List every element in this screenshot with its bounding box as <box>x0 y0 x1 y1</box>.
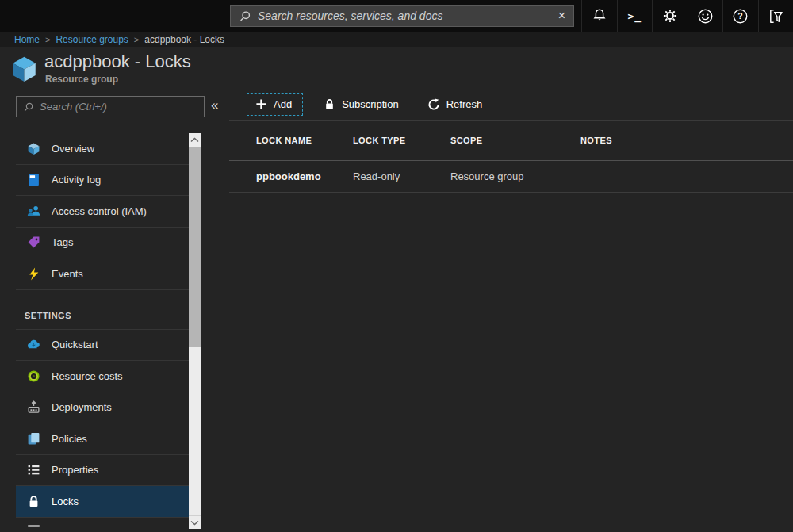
lock-name-cell: ppbookdemo <box>256 170 353 182</box>
plus-icon <box>255 98 267 110</box>
search-icon <box>23 101 34 113</box>
breadcrumb: Home > Resource groups > acdppbook - Loc… <box>0 32 793 47</box>
azure-portal-window: × >_ <box>0 0 793 532</box>
search-clear-icon[interactable]: × <box>552 10 565 22</box>
page-subtitle: Resource group <box>45 74 118 85</box>
tag-icon <box>27 235 40 249</box>
scrollbar-thumb[interactable] <box>189 147 201 347</box>
sidebar-item-label: Resource costs <box>52 370 123 382</box>
lightning-bolt-icon <box>27 267 40 281</box>
sidebar-item-label: Access control (IAM) <box>52 205 147 217</box>
sidebar-menu: Overview Activity log Access control (IA… <box>16 133 189 532</box>
smiley-icon <box>696 7 714 25</box>
refresh-icon <box>427 98 440 111</box>
sidebar-item-label: Activity log <box>52 174 101 186</box>
sidebar-item-deployments[interactable]: Deployments <box>16 392 189 424</box>
locks-blade-content: Add Subscription Refresh LOCK NAME LOCK … <box>229 89 793 532</box>
sidebar-item-label: Properties <box>52 464 98 476</box>
column-header-notes: NOTES <box>580 136 793 145</box>
resource-menu-sidebar: « Overview Activity log <box>0 89 228 532</box>
topbar-icon-group: >_ <box>581 0 793 32</box>
sidebar-scrollbar[interactable] <box>189 133 201 529</box>
resource-group-cube-icon <box>10 55 38 82</box>
sidebar-item-activity-log[interactable]: Activity log <box>16 165 189 197</box>
scroll-up-button[interactable] <box>189 133 201 147</box>
locks-table-header: LOCK NAME LOCK TYPE SCOPE NOTES <box>229 121 793 161</box>
lock-icon <box>324 98 335 110</box>
table-row[interactable]: ppbookdemo Read-only Resource group <box>229 161 793 193</box>
sidebar-item-partial[interactable] <box>16 518 189 532</box>
add-button[interactable]: Add <box>247 93 303 116</box>
sidebar-item-label: Tags <box>52 236 73 248</box>
breadcrumb-current: acdppbook - Locks <box>144 34 224 45</box>
sidebar-item-quickstart[interactable]: Quickstart <box>16 330 189 362</box>
page-title: acdppbook - Locks <box>44 52 191 72</box>
notifications-button[interactable] <box>581 0 617 32</box>
command-bar: Add Subscription Refresh <box>229 89 793 121</box>
scope-cell: Resource group <box>450 170 580 182</box>
sidebar-item-label: Overview <box>52 143 94 155</box>
activity-log-icon <box>27 173 40 186</box>
sidebar-item-label: Quickstart <box>52 339 98 350</box>
sidebar-item-events[interactable]: Events <box>16 258 189 290</box>
svg-text:?: ? <box>738 11 743 21</box>
column-header-scope: SCOPE <box>450 136 580 145</box>
chevron-down-icon <box>190 520 199 526</box>
sidebar-settings-header: SETTINGS <box>16 290 189 330</box>
bell-icon <box>591 7 608 25</box>
scroll-down-button[interactable] <box>189 515 201 529</box>
quickstart-cloud-icon <box>27 338 40 351</box>
global-search-input[interactable] <box>258 10 552 22</box>
deployments-icon <box>27 400 40 414</box>
chevron-up-icon <box>190 137 199 143</box>
column-header-lock-type: LOCK TYPE <box>353 136 450 145</box>
cloud-shell-icon: >_ <box>627 10 642 22</box>
policies-icon <box>27 432 40 446</box>
column-header-lock-name: LOCK NAME <box>256 136 353 145</box>
breadcrumb-home[interactable]: Home <box>14 34 40 45</box>
cloud-shell-button[interactable]: >_ <box>617 0 653 32</box>
sidebar-item-access-control[interactable]: Access control (IAM) <box>16 196 189 228</box>
access-control-people-icon <box>27 205 40 218</box>
help-question-icon: ? <box>731 7 749 25</box>
resource-costs-icon <box>27 369 40 383</box>
sidebar-item-locks[interactable]: Locks <box>16 486 189 518</box>
lock-icon <box>27 495 40 508</box>
sidebar-item-properties[interactable]: Properties <box>16 455 189 487</box>
overview-cube-icon <box>27 142 40 155</box>
sidebar-item-label: Policies <box>52 433 87 445</box>
directory-filter-button[interactable] <box>758 0 793 32</box>
help-button[interactable]: ? <box>722 0 758 32</box>
feedback-button[interactable] <box>688 0 723 32</box>
sidebar-item-label: Deployments <box>52 401 112 413</box>
sidebar-item-overview[interactable]: Overview <box>16 133 189 165</box>
sidebar-item-label: Locks <box>52 496 79 507</box>
breadcrumb-separator: > <box>45 35 50 44</box>
sidebar-item-resource-costs[interactable]: Resource costs <box>16 361 189 392</box>
search-icon <box>239 10 251 23</box>
sidebar-search-input[interactable] <box>40 101 197 113</box>
top-bar: × >_ <box>0 0 793 32</box>
directory-filter-icon <box>767 7 785 25</box>
sidebar-search-box[interactable] <box>16 96 205 117</box>
lock-type-cell: Read-only <box>353 170 450 182</box>
properties-list-icon <box>27 463 40 477</box>
breadcrumb-resource-groups[interactable]: Resource groups <box>56 34 128 45</box>
settings-button[interactable] <box>652 0 688 32</box>
refresh-button[interactable]: Refresh <box>419 93 491 117</box>
global-search-box[interactable]: × <box>230 5 574 27</box>
page-header: acdppbook - Locks Resource group <box>0 47 793 89</box>
sidebar-item-tags[interactable]: Tags <box>16 228 189 259</box>
sidebar-item-label: Events <box>52 268 83 280</box>
gear-icon <box>661 7 679 25</box>
partial-icon <box>28 525 40 527</box>
breadcrumb-separator: > <box>134 35 139 44</box>
sidebar-item-policies[interactable]: Policies <box>16 423 189 455</box>
sidebar-collapse-icon[interactable]: « <box>211 98 218 112</box>
subscription-button[interactable]: Subscription <box>316 93 407 116</box>
